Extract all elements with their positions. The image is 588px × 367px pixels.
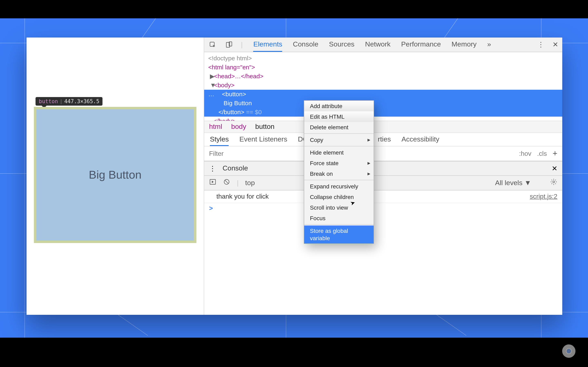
hov-toggle[interactable]: :hov	[519, 150, 531, 157]
close-icon[interactable]: ✕	[553, 40, 558, 49]
context-menu: Add attribute Edit as HTML Delete elemen…	[304, 100, 374, 244]
console-context-selector[interactable]: top	[245, 179, 255, 187]
styles-filter-input[interactable]	[209, 150, 291, 157]
styles-filter-row: :hov .cls +	[204, 146, 562, 161]
crumb-html[interactable]: html	[209, 123, 222, 131]
drawer-title: Console	[223, 164, 248, 173]
inspect-icon[interactable]	[208, 40, 217, 49]
cm-expand-recursively[interactable]: Expand recursively	[304, 181, 374, 192]
console-toolbar: | top All levels ▼	[204, 176, 562, 191]
dom-selected-element[interactable]: … <button> Big Button </button> == $0	[204, 90, 562, 117]
styles-tabbar: Styles Event Listeners DOM rties Accessi…	[204, 133, 562, 146]
drawer-kebab-icon[interactable]: ⋮	[209, 164, 216, 173]
kebab-menu-icon[interactable]: ⋮	[537, 40, 544, 49]
clear-console-icon[interactable]	[223, 178, 230, 188]
console-settings-icon[interactable]	[550, 178, 557, 188]
devtools-toolbar: | Elements Console Sources Network Perfo…	[204, 38, 562, 52]
crumb-body[interactable]: body	[231, 123, 246, 131]
cls-toggle[interactable]: .cls	[537, 150, 547, 157]
page-big-button[interactable]: Big Button	[34, 107, 196, 243]
subtab-event-listeners[interactable]: Event Listeners	[240, 135, 287, 146]
subtab-styles[interactable]: Styles	[210, 135, 229, 146]
svg-point-5	[553, 181, 555, 183]
tab-performance[interactable]: Performance	[401, 38, 441, 52]
svg-point-8	[567, 349, 571, 353]
log-levels-selector[interactable]: All levels ▼	[495, 179, 531, 187]
devtools-tabs: Elements Console Sources Network Perform…	[253, 38, 491, 52]
console-log-text: thank you for click	[216, 193, 269, 200]
tooltip-dimensions: 447.3×365.5	[64, 98, 99, 104]
cm-focus[interactable]: Focus	[304, 213, 374, 224]
subtab-accessibility[interactable]: Accessibility	[402, 135, 439, 146]
tab-memory[interactable]: Memory	[451, 38, 476, 52]
tab-sources[interactable]: Sources	[329, 38, 355, 52]
cm-force-state[interactable]: Force state	[304, 158, 374, 168]
dom-head[interactable]: <head>…</head>	[214, 73, 263, 80]
tab-elements[interactable]: Elements	[253, 38, 282, 52]
drawer-close-icon[interactable]: ✕	[552, 164, 557, 173]
tab-console[interactable]: Console	[293, 38, 319, 52]
tabs-overflow[interactable]: »	[487, 38, 491, 52]
dom-doctype: <!doctype html>	[208, 55, 252, 62]
console-log-line: thank you for click script.js:2	[204, 191, 562, 203]
dom-html-open[interactable]: <html lang="en">	[208, 64, 255, 71]
dom-body-close[interactable]: </body>	[213, 117, 235, 121]
cm-hide-element[interactable]: Hide element	[304, 147, 374, 158]
new-style-rule-button[interactable]: +	[553, 149, 557, 158]
page-preview-pane: button | 447.3×365.5 Big Button	[26, 38, 204, 315]
cm-scroll-into-view[interactable]: Scroll into view	[304, 202, 374, 213]
console-drawer-header: ⋮ Console ✕	[204, 161, 562, 176]
chrome-logo-icon	[562, 344, 576, 358]
console-prompt[interactable]: >	[204, 203, 562, 214]
cm-delete-element[interactable]: Delete element	[304, 122, 374, 133]
device-toggle-icon[interactable]	[225, 40, 233, 49]
cm-copy[interactable]: Copy	[304, 134, 374, 145]
dom-body-open[interactable]: <body>	[214, 82, 234, 89]
devtools-panel: | Elements Console Sources Network Perfo…	[204, 38, 562, 315]
cm-add-attribute[interactable]: Add attribute	[304, 101, 374, 111]
browser-devtools-window: button | 447.3×365.5 Big Button | Elemen…	[26, 38, 562, 315]
crumb-button[interactable]: button	[255, 123, 275, 131]
dom-breadcrumbs: html body button	[204, 121, 562, 133]
tab-network[interactable]: Network	[365, 38, 390, 52]
cm-break-on[interactable]: Break on	[304, 168, 374, 179]
tooltip-tagname: button	[39, 98, 58, 104]
element-inspect-tooltip: button | 447.3×365.5	[35, 97, 103, 106]
console-output[interactable]: thank you for click script.js:2 >	[204, 191, 562, 315]
execute-icon[interactable]	[209, 178, 216, 188]
cm-store-as-global-variable[interactable]: Store as global variable	[304, 225, 374, 243]
cm-collapse-children[interactable]: Collapse children	[304, 192, 374, 202]
console-log-source[interactable]: script.js:2	[530, 193, 557, 200]
cm-edit-as-html[interactable]: Edit as HTML	[304, 111, 374, 122]
dom-tree[interactable]: <!doctype html> <html lang="en"> ▶<head>…	[204, 52, 562, 121]
subtab-properties[interactable]: rties	[378, 135, 391, 146]
